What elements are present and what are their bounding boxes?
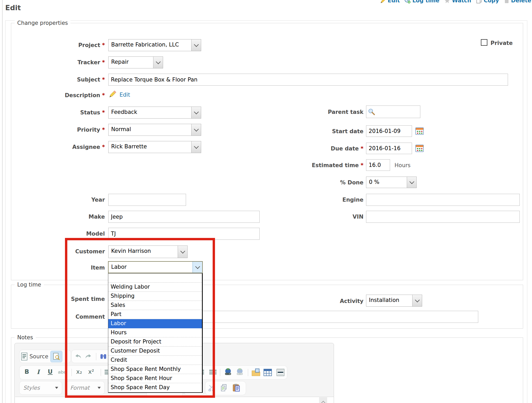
link-icon [224, 368, 232, 376]
status-select[interactable]: Feedback [108, 107, 201, 119]
customer-select-arrow[interactable] [178, 246, 187, 258]
source-button[interactable]: Source [29, 353, 48, 360]
styles-dropdown[interactable]: Styles [19, 381, 62, 395]
editor-content-area[interactable] [15, 397, 334, 403]
tracker-select-arrow[interactable] [153, 57, 163, 68]
start-date-calendar-icon[interactable] [415, 127, 424, 135]
chevron-down-icon [156, 59, 160, 64]
redo-icon [85, 354, 92, 359]
project-label: Project* [31, 42, 105, 49]
activity-select-value: Installation [366, 295, 412, 306]
star-icon [444, 0, 450, 4]
delete-action-link[interactable]: Delete [504, 0, 531, 4]
log-time-legend: Log time [15, 281, 44, 288]
document-icon [21, 353, 27, 360]
watch-action-link[interactable]: Watch [444, 0, 471, 4]
priority-select[interactable]: Normal [108, 124, 201, 136]
format-dropdown[interactable]: Format [66, 381, 105, 395]
link-button[interactable] [224, 368, 232, 376]
start-date-label: Start date [261, 128, 363, 135]
estimated-time-input[interactable] [366, 159, 390, 171]
underline-button[interactable]: U [48, 368, 53, 375]
year-input[interactable] [108, 194, 186, 206]
item-dropdown-option[interactable]: Shop Space Rent Monthly [108, 365, 202, 374]
start-date-input[interactable] [366, 125, 412, 137]
required-marker: * [102, 109, 105, 116]
bold-button[interactable]: B [25, 368, 29, 375]
item-dropdown-option[interactable]: Part [108, 310, 202, 319]
item-dropdown-option[interactable]: Hours [108, 328, 202, 337]
insert-table-button[interactable] [264, 369, 272, 376]
preview-icon [53, 353, 60, 360]
priority-select-arrow[interactable] [191, 124, 201, 136]
customer-select[interactable]: Kevin Harrison [108, 246, 188, 258]
status-select-arrow[interactable] [191, 107, 201, 118]
description-edit-link[interactable]: Edit [119, 92, 130, 98]
item-dropdown-option[interactable]: Deposit for Project [108, 337, 202, 347]
edit-action-link[interactable]: Edit [380, 0, 400, 4]
assignee-select[interactable]: Rick Barrette [108, 141, 201, 153]
project-select-arrow[interactable] [191, 39, 201, 51]
spent-time-label: Spent time [31, 296, 105, 302]
model-input[interactable] [108, 228, 260, 240]
due-date-input[interactable] [366, 143, 412, 154]
item-dropdown-option[interactable] [108, 273, 202, 283]
vin-input[interactable] [366, 211, 520, 223]
item-dropdown-option[interactable]: Credit [108, 356, 202, 365]
chevron-down-icon [194, 144, 199, 149]
item-dropdown-option[interactable]: Sales [108, 301, 202, 310]
make-input[interactable] [108, 211, 260, 223]
superscript-button[interactable]: x² [88, 368, 94, 375]
italic-button[interactable]: I [37, 368, 40, 375]
undo-button[interactable] [74, 354, 81, 359]
strikethrough-button[interactable]: abc [58, 369, 66, 375]
subject-input[interactable] [108, 74, 508, 86]
item-dropdown-option[interactable]: Customer Deposit [108, 347, 202, 356]
chevron-down-icon [415, 297, 420, 302]
required-marker: * [361, 162, 363, 168]
subscript-button[interactable]: x₂ [76, 368, 82, 375]
item-select-arrow[interactable] [193, 262, 202, 273]
project-select[interactable]: Barrette Fabrication, LLC [108, 39, 201, 51]
tracker-select[interactable]: Repair [108, 56, 163, 68]
preview-button[interactable] [50, 351, 62, 362]
item-dropdown-option[interactable]: Welding Labor [108, 283, 202, 292]
copy-action-link[interactable]: Copy [476, 0, 499, 4]
redo-button[interactable] [85, 354, 92, 359]
chevron-down-icon [194, 127, 199, 131]
content-left-border [2, 0, 3, 403]
copy-button[interactable] [220, 384, 228, 392]
chevron-down-icon [194, 42, 199, 47]
editor-scrollbar[interactable] [319, 397, 327, 403]
item-select[interactable]: Labor [108, 261, 203, 273]
horizontal-rule-button[interactable] [277, 369, 284, 376]
chevron-down-icon [180, 249, 185, 253]
watch-action-label: Watch [452, 0, 471, 4]
due-date-calendar-icon[interactable] [415, 144, 424, 152]
done-ratio-select[interactable]: 0 % [366, 177, 417, 188]
item-dropdown-option[interactable]: Shipping [108, 292, 202, 301]
engine-input[interactable] [366, 194, 520, 206]
required-marker: * [361, 145, 363, 152]
activity-select[interactable]: Installation [366, 295, 422, 307]
due-date-label: Due date* [261, 145, 363, 152]
item-dropdown-option[interactable]: Labor [108, 319, 202, 328]
item-dropdown-option[interactable]: Shop Space Rent Day [108, 383, 202, 392]
assignee-select-arrow[interactable] [191, 141, 201, 153]
unlink-button[interactable] [235, 368, 244, 376]
priority-select-value: Normal [109, 124, 191, 136]
paste-button[interactable] [233, 384, 240, 392]
insert-image-button[interactable] [252, 368, 260, 376]
activity-select-arrow[interactable] [412, 295, 422, 306]
scissors-icon [208, 384, 216, 391]
cut-button[interactable] [208, 384, 216, 391]
assignee-select-value: Rick Barrette [109, 141, 191, 153]
required-marker: * [102, 92, 105, 98]
done-ratio-select-arrow[interactable] [407, 177, 416, 188]
required-marker: * [102, 77, 105, 83]
item-dropdown-option[interactable]: Shop Space Rent Hour [108, 374, 202, 383]
justify-button[interactable] [209, 370, 217, 375]
private-checkbox[interactable] [481, 39, 487, 46]
log-time-action-link[interactable]: Log time [404, 0, 439, 4]
find-button[interactable] [100, 353, 107, 360]
